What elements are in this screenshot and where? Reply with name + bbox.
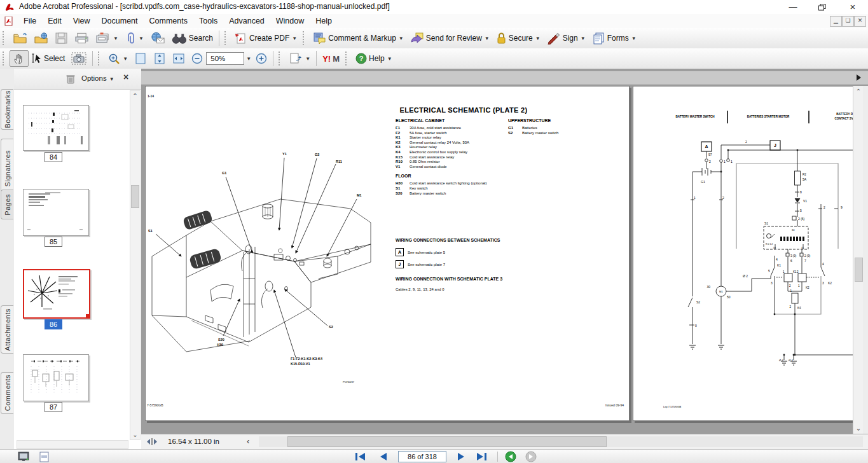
toolbar-grip[interactable] <box>3 52 7 66</box>
page-number-87[interactable]: 87 <box>45 402 62 412</box>
fit-width-button[interactable] <box>169 50 188 67</box>
tab-attachments[interactable]: Attachments <box>1 305 13 354</box>
previous-view-button[interactable] <box>505 451 516 462</box>
next-view-button[interactable] <box>525 451 537 462</box>
attach-button[interactable]: ▼ <box>121 30 147 46</box>
page-thumbnail-85[interactable] <box>23 189 89 236</box>
organizer-button[interactable]: ▼ <box>92 30 121 46</box>
page-thumbnail-86-selected[interactable] <box>23 269 90 319</box>
first-page-button[interactable] <box>355 452 366 461</box>
document-status-bar: 16.54 x 11.00 in ‹ <box>141 434 868 450</box>
pane-splitter-icon[interactable] <box>146 438 158 446</box>
sign-button[interactable]: Sign ▼ <box>544 30 589 46</box>
scroll-up-arrow[interactable]: ⌃ <box>853 88 864 95</box>
toolbar-grip[interactable] <box>303 31 307 45</box>
page-thumbnail-87[interactable] <box>23 354 89 401</box>
svg-text:58: 58 <box>773 247 776 249</box>
toolbar-grip[interactable] <box>279 52 283 66</box>
email-button[interactable] <box>147 30 169 46</box>
print-button[interactable] <box>71 30 92 46</box>
save-button[interactable] <box>52 30 71 46</box>
toolbar-grip[interactable] <box>224 31 229 45</box>
forms-button[interactable]: Forms ▼ <box>589 30 640 46</box>
page-number-field[interactable]: 86 of 318 <box>398 451 446 462</box>
zoom-level-dropdown[interactable]: ▼ <box>244 54 252 64</box>
minimize-button[interactable]: — <box>783 1 803 13</box>
pages-panel-scrollbar[interactable]: ⌃ ⌄ <box>130 90 141 440</box>
tab-comments[interactable]: Comments <box>1 372 13 414</box>
delete-pages-icon[interactable] <box>66 74 75 84</box>
open-folder-icon <box>13 32 27 45</box>
close-button[interactable]: × <box>843 1 862 13</box>
page-thumbnail-84[interactable] <box>23 105 89 151</box>
fullscreen-view-icon[interactable] <box>18 452 29 462</box>
snapshot-tool-button[interactable] <box>68 50 90 67</box>
single-page-view-icon[interactable] <box>39 452 49 462</box>
scrollbar-thumb[interactable] <box>855 258 863 282</box>
document-vertical-scrollbar[interactable]: ⌃ ⌄ <box>853 86 864 434</box>
tab-pages[interactable]: Pages <box>1 190 13 219</box>
create-pdf-button[interactable]: Create PDF ▼ <box>231 30 300 46</box>
menu-window[interactable]: Window <box>270 15 310 28</box>
hscroll-left-arrow[interactable]: ‹ <box>247 436 249 446</box>
menu-advanced[interactable]: Advanced <box>223 15 270 28</box>
toolbar-grip[interactable] <box>345 52 350 66</box>
fit-height-button[interactable] <box>150 50 169 67</box>
menu-edit[interactable]: Edit <box>42 15 67 28</box>
previous-page-button[interactable] <box>379 452 388 461</box>
help-button[interactable]: ? Help ▼ <box>352 51 396 66</box>
menu-view[interactable]: View <box>67 15 96 28</box>
yahoo-messenger-button[interactable]: Y! M <box>319 52 343 66</box>
page-number-85[interactable]: 85 <box>45 237 62 247</box>
search-button[interactable]: Search <box>169 31 216 46</box>
options-menu-button[interactable]: Options ▼ <box>81 74 114 82</box>
organizer-open-button[interactable] <box>31 30 52 46</box>
menu-help[interactable]: Help <box>310 15 338 28</box>
page-number-84[interactable]: 84 <box>45 152 62 162</box>
select-tool-button[interactable]: Select <box>29 51 68 66</box>
menu-tools[interactable]: Tools <box>193 15 223 28</box>
menu-comments[interactable]: Comments <box>144 15 193 28</box>
scroll-up-arrow[interactable]: ⌃ <box>130 92 140 99</box>
comment-markup-button[interactable]: Comment & Markup ▼ <box>310 30 407 46</box>
toolbar-grip[interactable] <box>98 52 102 66</box>
scrollbar-thumb[interactable] <box>131 185 139 208</box>
page-number-86[interactable]: 86 <box>45 319 62 329</box>
zoom-out-button[interactable] <box>188 51 206 66</box>
document-minimize-button[interactable]: ▁ <box>830 16 842 27</box>
open-button[interactable] <box>10 30 31 46</box>
horizontal-scrollbar[interactable] <box>259 436 863 447</box>
zoom-in-button[interactable] <box>252 51 270 66</box>
yim-y-label: Y! <box>322 54 331 64</box>
svg-text:2 (5): 2 (5) <box>798 217 805 221</box>
secure-button[interactable]: Secure ▼ <box>493 30 544 46</box>
zoom-tool-button[interactable]: ▼ <box>105 51 131 67</box>
tab-bookmarks[interactable]: Bookmarks <box>1 89 13 130</box>
scroll-down-arrow[interactable]: ⌄ <box>853 425 864 432</box>
document-close-button[interactable]: ✕ <box>854 16 866 27</box>
send-for-review-button[interactable]: Send for Review ▼ <box>407 30 493 46</box>
last-page-button[interactable] <box>476 452 487 461</box>
maximize-button[interactable] <box>813 1 832 13</box>
hscrollbar-thumb[interactable] <box>287 436 607 447</box>
hand-tool-button[interactable] <box>10 50 29 67</box>
svg-text:7: 7 <box>804 259 806 263</box>
svg-text:G1: G1 <box>701 180 705 184</box>
expand-pane-arrow-icon[interactable] <box>855 74 862 81</box>
pages-panel-hscrollbar[interactable] <box>17 440 128 449</box>
nav-separator <box>497 452 498 462</box>
fit-page-icon <box>134 52 147 65</box>
menu-file[interactable]: File <box>18 15 42 28</box>
svg-text:M1: M1 <box>719 290 723 293</box>
pdf-page-86-right-sheet[interactable]: BATTERY MASTER SWITCHBATTERIES STARTER M… <box>633 86 854 421</box>
document-restore-button[interactable]: ❏ <box>842 16 854 27</box>
menu-document[interactable]: Document <box>96 15 144 28</box>
fit-page-button[interactable] <box>131 50 150 67</box>
toolbar-grip[interactable] <box>3 31 7 45</box>
page-display-button[interactable]: ▼ <box>286 50 313 67</box>
scroll-down-arrow[interactable]: ⌄ <box>130 431 140 438</box>
next-page-button[interactable] <box>457 452 465 461</box>
pdf-page-86-left-sheet[interactable]: 1-14 ELECTRICAL SCHEMATIC (PLATE 2) ELEC… <box>145 86 630 421</box>
zoom-level-field[interactable]: 50% <box>206 52 244 65</box>
panel-close-button[interactable]: × <box>123 72 128 82</box>
